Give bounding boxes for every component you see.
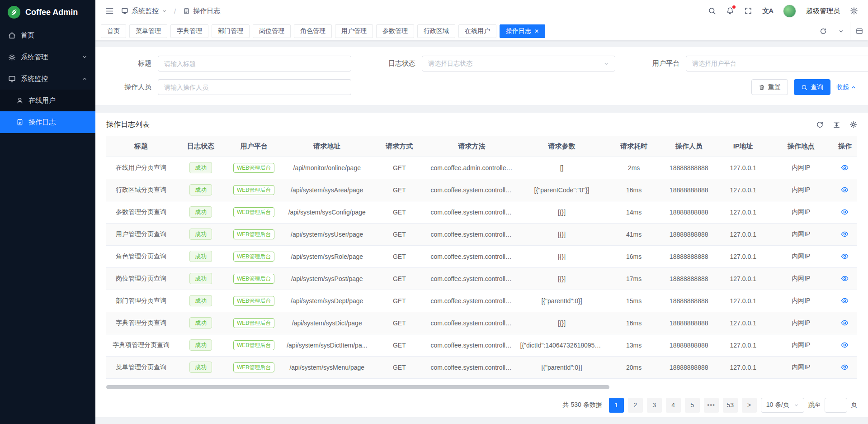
- avatar[interactable]: [783, 5, 796, 18]
- notification-dot: [732, 5, 736, 9]
- view-detail-eye-icon[interactable]: [841, 208, 849, 216]
- cell-action: [833, 157, 857, 179]
- search-button[interactable]: 查询: [794, 79, 830, 95]
- breadcrumb-root[interactable]: 系统监控: [121, 7, 167, 15]
- tab-菜单管理[interactable]: 菜单管理: [129, 24, 167, 38]
- column-header: 用户平台: [226, 136, 282, 157]
- pagination-page-1[interactable]: 1: [609, 398, 624, 413]
- status-filter-select[interactable]: 请选择日志状态: [422, 56, 615, 71]
- tab-label: 首页: [107, 27, 120, 35]
- translate-icon[interactable]: 文A: [762, 7, 773, 15]
- collapse-link[interactable]: 收起: [836, 83, 856, 91]
- cell-title: 部门管理分页查询: [106, 290, 176, 312]
- tab-行政区域[interactable]: 行政区域: [417, 24, 455, 38]
- cell-request-url: /api/system/sysConfig/page: [282, 201, 372, 223]
- density-icon[interactable]: [833, 121, 840, 129]
- content-fullscreen-icon[interactable]: [850, 22, 868, 40]
- cell-request-url: /api/system/sysUser/page: [282, 223, 372, 245]
- pagination-page-53[interactable]: 53: [723, 398, 738, 413]
- table-empty-space: [106, 379, 857, 384]
- tab-部门管理[interactable]: 部门管理: [212, 24, 250, 38]
- platform-tag: WEB管理后台: [233, 362, 274, 372]
- refresh-icon[interactable]: [816, 121, 824, 129]
- cell-request-params: [{"parentId":0}]: [516, 356, 607, 378]
- sidebar-item-home[interactable]: 首页: [0, 24, 95, 46]
- column-header: 操作人员: [661, 136, 717, 157]
- view-detail-eye-icon[interactable]: [841, 230, 849, 238]
- view-detail-eye-icon[interactable]: [841, 164, 849, 172]
- view-detail-eye-icon[interactable]: [841, 297, 849, 305]
- logo[interactable]: Coffee Admin: [0, 0, 95, 24]
- status-success-tag: 成功: [189, 339, 212, 351]
- title-filter-input[interactable]: [158, 56, 351, 71]
- sidebar-item-system-management[interactable]: 系统管理: [0, 46, 95, 68]
- view-detail-eye-icon[interactable]: [841, 275, 849, 282]
- header-actions: 文A 超级管理员: [708, 5, 858, 18]
- settings-gear-icon[interactable]: [850, 7, 858, 15]
- reset-button[interactable]: 重置: [751, 79, 788, 95]
- sidebar-item-online-users[interactable]: 在线用户: [0, 90, 95, 111]
- tab-bar: 首页菜单管理字典管理部门管理岗位管理角色管理用户管理参数管理行政区域在线用户操作…: [95, 22, 868, 40]
- cell-duration: 2ms: [607, 157, 661, 179]
- horizontal-scrollbar: [106, 385, 857, 389]
- cell-request-params: [{}]: [516, 245, 607, 267]
- cell-operator: 18888888888: [661, 157, 717, 179]
- view-detail-eye-icon[interactable]: [841, 319, 849, 327]
- cell-request-url: /api/system/sysDept/page: [282, 290, 372, 312]
- tab-参数管理[interactable]: 参数管理: [376, 24, 414, 38]
- cell-request-function: com.coffee.system.controlle...: [427, 223, 516, 245]
- cell-request-method: GET: [372, 223, 427, 245]
- sidebar-submenu: 在线用户 操作日志: [0, 90, 95, 133]
- tab-字典管理[interactable]: 字典管理: [170, 24, 208, 38]
- menu-fold-icon[interactable]: [105, 7, 114, 15]
- horizontal-scrollbar-thumb[interactable]: [106, 385, 609, 389]
- log-icon: [16, 119, 24, 126]
- pagination-page-5[interactable]: 5: [685, 398, 700, 413]
- cell-request-method: GET: [372, 267, 427, 290]
- column-header: 操作地点: [769, 136, 833, 157]
- cell-operator: 18888888888: [661, 356, 717, 378]
- tab-用户管理[interactable]: 用户管理: [335, 24, 373, 38]
- fullscreen-icon[interactable]: [744, 7, 752, 15]
- tab-首页[interactable]: 首页: [101, 24, 126, 38]
- view-detail-eye-icon[interactable]: [841, 252, 849, 260]
- cell-status: 成功: [176, 334, 226, 356]
- tab-close-icon[interactable]: ✕: [534, 29, 539, 34]
- page-size-select[interactable]: 10 条/页: [761, 398, 804, 413]
- column-settings-gear-icon[interactable]: [849, 121, 857, 129]
- search-icon[interactable]: [708, 7, 716, 15]
- cell-request-method: GET: [372, 179, 427, 201]
- jump-page-input[interactable]: [825, 398, 847, 413]
- view-detail-eye-icon[interactable]: [841, 341, 849, 349]
- tabs-dropdown-icon[interactable]: [832, 22, 850, 40]
- cell-status: 成功: [176, 223, 226, 245]
- pagination-pages: 12345•••53: [609, 398, 738, 413]
- view-detail-eye-icon[interactable]: [841, 186, 849, 194]
- tabs-refresh-icon[interactable]: [814, 22, 832, 40]
- cell-request-method: GET: [372, 201, 427, 223]
- status-success-tag: 成功: [189, 184, 212, 195]
- sidebar-item-operation-log[interactable]: 操作日志: [0, 111, 95, 133]
- username: 超级管理员: [806, 7, 840, 15]
- tab-在线用户[interactable]: 在线用户: [458, 24, 496, 38]
- operator-filter-input[interactable]: [158, 79, 351, 95]
- platform-filter-select[interactable]: 请选择用户平台: [686, 56, 868, 71]
- tab-角色管理[interactable]: 角色管理: [294, 24, 332, 38]
- tab-操作日志[interactable]: 操作日志✕: [500, 24, 545, 38]
- pagination-page-2[interactable]: 2: [628, 398, 643, 413]
- cell-operator: 18888888888: [661, 201, 717, 223]
- view-detail-eye-icon[interactable]: [841, 363, 849, 371]
- pagination-page-4[interactable]: 4: [666, 398, 681, 413]
- jump-to-page: 跳至 页: [808, 398, 857, 413]
- chevron-up-icon: [851, 85, 856, 90]
- pagination-page-3[interactable]: 3: [647, 398, 662, 413]
- cell-request-function: com.coffee.system.controlle...: [427, 201, 516, 223]
- cell-request-method: GET: [372, 245, 427, 267]
- notification-bell-icon[interactable]: [726, 7, 734, 15]
- pagination-more-button[interactable]: •••: [704, 398, 719, 413]
- breadcrumb-current-label: 操作日志: [193, 7, 220, 15]
- sidebar-item-system-monitor[interactable]: 系统监控: [0, 68, 95, 90]
- pagination-next-button[interactable]: >: [742, 398, 757, 413]
- tab-岗位管理[interactable]: 岗位管理: [253, 24, 291, 38]
- cell-operator: 18888888888: [661, 179, 717, 201]
